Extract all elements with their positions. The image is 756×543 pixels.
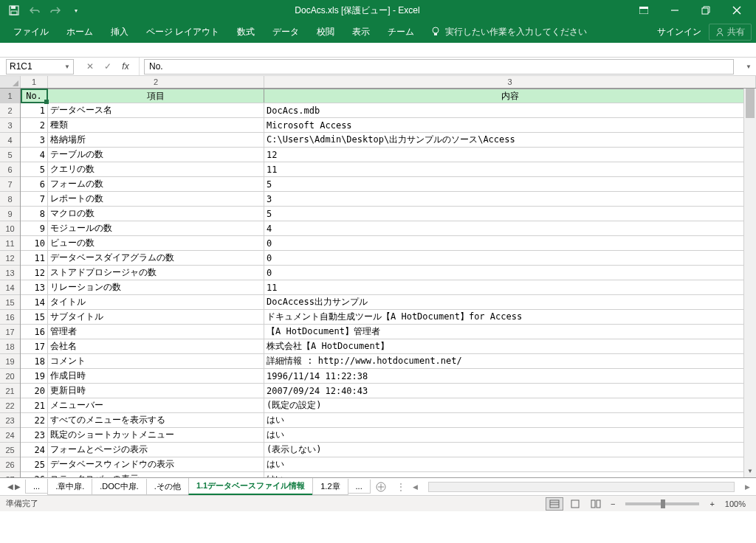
cell-item[interactable]: フォームの数	[48, 177, 264, 191]
cell-item[interactable]: データベースウィンドウの表示	[48, 457, 264, 471]
row-header[interactable]: 12	[0, 251, 20, 266]
zoom-slider[interactable]	[625, 502, 699, 505]
undo-button[interactable]	[25, 1, 44, 19]
sheet-tab-more[interactable]: ...	[25, 480, 48, 494]
cell-item[interactable]: タイトル	[48, 295, 264, 309]
cell-content[interactable]: (表示しない)	[264, 443, 756, 457]
horizontal-scrollbar[interactable]	[428, 482, 735, 492]
row-header[interactable]: 2	[0, 103, 20, 118]
maximize-button[interactable]	[691, 1, 721, 19]
cell-content[interactable]: ドキュメント自動生成ツール【A HotDocument】for Access	[264, 310, 756, 324]
cells-area[interactable]: No. 項目 内容 1データベース名DocAcs.mdb2種類Microsoft…	[21, 89, 756, 477]
cell-item[interactable]: リレーションの数	[48, 280, 264, 294]
cell-item[interactable]: ストアドプロシージャの数	[48, 266, 264, 280]
cell-item[interactable]: サブタイトル	[48, 310, 264, 324]
zoom-thumb[interactable]	[661, 499, 665, 508]
row-header[interactable]: 5	[0, 148, 20, 162]
formula-input[interactable]: No.	[144, 59, 734, 75]
tab-file[interactable]: ファイル	[4, 21, 58, 43]
cell-content[interactable]: 3	[264, 192, 756, 206]
cell-no[interactable]: 14	[21, 295, 48, 309]
row-header[interactable]: 22	[0, 398, 20, 413]
cell-content[interactable]: はい	[264, 472, 756, 477]
row-header[interactable]: 27	[0, 472, 20, 477]
sheet-tab-active[interactable]: 1.1データベースファイル情報	[188, 478, 313, 495]
hscroll-right-icon[interactable]: ▶	[742, 483, 753, 491]
view-pagebreak-button[interactable]	[587, 497, 605, 511]
cell-content[interactable]: 0	[264, 266, 756, 280]
sheet-tab[interactable]: .その他	[146, 479, 189, 495]
tab-insert[interactable]: 挿入	[102, 21, 137, 43]
redo-button[interactable]	[46, 1, 65, 19]
row-header[interactable]: 9	[0, 207, 20, 221]
ribbon-display-button[interactable]	[629, 1, 659, 19]
signin-link[interactable]: サインイン	[657, 26, 701, 38]
cell-item[interactable]: 格納場所	[48, 133, 264, 147]
row-header[interactable]: 14	[0, 280, 20, 295]
cell-content[interactable]: はい	[264, 457, 756, 471]
sheet-nav-buttons[interactable]: ◀▶	[3, 483, 25, 491]
zoom-in-button[interactable]: +	[707, 499, 717, 508]
cell-content[interactable]: はい	[264, 428, 756, 442]
row-header[interactable]: 11	[0, 236, 20, 251]
cell-no[interactable]: 24	[21, 443, 48, 457]
cell-content[interactable]: 株式会社【A HotDocument】	[264, 339, 756, 353]
zoom-level[interactable]: 100%	[721, 499, 750, 508]
cell-item[interactable]: すべてのメニューを表示する	[48, 413, 264, 427]
row-header[interactable]: 20	[0, 369, 20, 384]
cell-no[interactable]: 13	[21, 280, 48, 294]
row-header[interactable]: 18	[0, 339, 20, 354]
cell-content[interactable]: 2007/09/24 12:40:43	[264, 384, 756, 398]
cell-content[interactable]: DocAcs.mdb	[264, 103, 756, 117]
cell-item[interactable]: 管理者	[48, 325, 264, 339]
cell-item[interactable]: クエリの数	[48, 162, 264, 176]
row-header[interactable]: 16	[0, 310, 20, 325]
cell-content[interactable]: 5	[264, 207, 756, 221]
cell-no[interactable]: 18	[21, 354, 48, 368]
cell-no[interactable]: 7	[21, 192, 48, 206]
view-normal-button[interactable]	[546, 497, 563, 511]
cell-content[interactable]: DocAccess出力サンプル	[264, 295, 756, 309]
sheet-tab[interactable]: 1.2章	[312, 479, 348, 495]
cell-content[interactable]: 【A HotDocument】管理者	[264, 325, 756, 339]
cell-content[interactable]: 11	[264, 162, 756, 176]
cell-no[interactable]: 20	[21, 384, 48, 398]
cell-no[interactable]: 9	[21, 221, 48, 235]
name-box[interactable]: R1C1 ▼	[6, 59, 74, 75]
header-item[interactable]: 項目	[48, 89, 264, 103]
cell-content[interactable]: 11	[264, 280, 756, 294]
minimize-button[interactable]	[660, 1, 690, 19]
enter-icon[interactable]: ✓	[100, 61, 115, 72]
tab-review[interactable]: 校閲	[308, 21, 343, 43]
cell-no[interactable]: 23	[21, 428, 48, 442]
cell-no[interactable]: 2	[21, 118, 48, 132]
cell-no[interactable]: 21	[21, 398, 48, 412]
cell-item[interactable]: 作成日時	[48, 369, 264, 383]
header-content[interactable]: 内容	[264, 89, 756, 103]
qat-customize-icon[interactable]: ▾	[66, 1, 86, 19]
save-button[interactable]	[4, 1, 24, 19]
cancel-icon[interactable]: ✕	[83, 61, 97, 72]
cell-item[interactable]: 更新日時	[48, 384, 264, 398]
sheet-tab[interactable]: .章中扉.	[47, 479, 92, 495]
share-button[interactable]: 共有	[709, 24, 752, 41]
cell-item[interactable]: テーブルの数	[48, 148, 264, 162]
zoom-out-button[interactable]: −	[608, 499, 618, 508]
cell-content[interactable]: 詳細情報 : http://www.hotdocument.net/	[264, 354, 756, 368]
cell-item[interactable]: モジュールの数	[48, 221, 264, 235]
cell-no[interactable]: 16	[21, 325, 48, 339]
header-no[interactable]: No.	[21, 89, 48, 103]
cell-content[interactable]: 0	[264, 236, 756, 250]
cell-no[interactable]: 15	[21, 310, 48, 324]
cell-content[interactable]: 1996/11/14 11:22:38	[264, 369, 756, 383]
cell-no[interactable]: 17	[21, 339, 48, 353]
hscroll-left-icon[interactable]: ◀	[410, 483, 421, 491]
row-header[interactable]: 19	[0, 354, 20, 369]
tell-me-search[interactable]: 実行したい作業を入力してください	[423, 26, 594, 38]
cell-item[interactable]: フォームとページの表示	[48, 443, 264, 457]
cell-no[interactable]: 22	[21, 413, 48, 427]
row-header[interactable]: 26	[0, 457, 20, 472]
cell-content[interactable]: 12	[264, 148, 756, 162]
cell-item[interactable]: レポートの数	[48, 192, 264, 206]
cell-no[interactable]: 4	[21, 148, 48, 162]
